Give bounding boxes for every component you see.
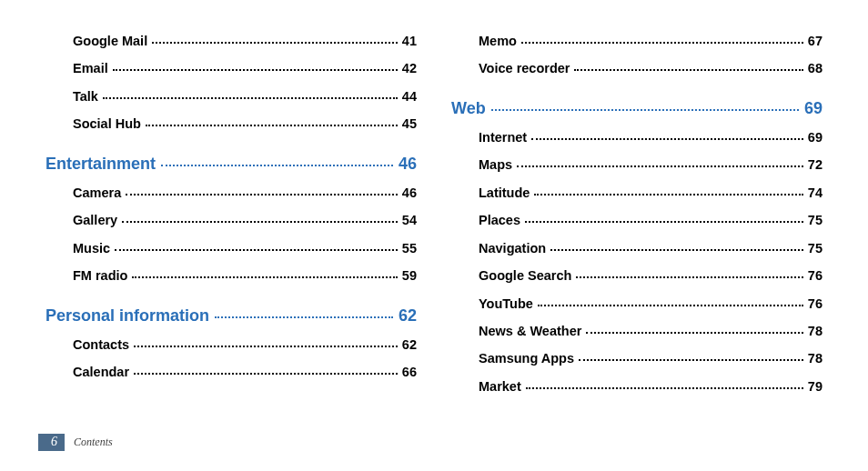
toc-item-label: Contacts xyxy=(73,331,129,358)
toc-item-row[interactable]: YouTube76 xyxy=(479,290,823,317)
toc-item-row[interactable]: Gallery54 xyxy=(73,206,417,234)
toc-section: Web69 xyxy=(451,99,823,118)
footer-label: Contents xyxy=(74,436,113,449)
dot-leader xyxy=(586,332,803,334)
toc-item-row[interactable]: Google Search76 xyxy=(479,262,823,289)
toc-item-row[interactable]: Navigation75 xyxy=(479,235,823,262)
toc-item-row[interactable]: Maps72 xyxy=(479,151,823,178)
toc-item-row[interactable]: FM radio59 xyxy=(73,262,417,289)
toc-item-label: Camera xyxy=(73,179,121,206)
toc-item-page: 76 xyxy=(808,290,823,317)
toc-item-row[interactable]: Market79 xyxy=(479,373,823,400)
dot-leader xyxy=(215,316,393,318)
toc-item-row[interactable]: Internet69 xyxy=(479,124,823,151)
toc-item-page: 78 xyxy=(808,317,823,345)
toc-item-page: 45 xyxy=(402,110,417,137)
toc-item-row[interactable]: Talk44 xyxy=(73,83,417,110)
dot-leader xyxy=(115,249,398,251)
toc-item-label: Google Search xyxy=(479,262,571,289)
toc-item-row[interactable]: Camera46 xyxy=(73,179,417,206)
toc-item-label: Latitude xyxy=(479,179,530,206)
page-number-box: 6 xyxy=(38,434,65,451)
dot-leader xyxy=(531,138,803,140)
toc-item-page: 42 xyxy=(402,55,417,82)
toc-item-page: 78 xyxy=(808,345,823,372)
toc-item-row[interactable]: Google Mail41 xyxy=(73,27,417,55)
toc-item-row[interactable]: Contacts62 xyxy=(73,331,417,358)
toc-item-page: 44 xyxy=(402,83,417,110)
toc-item-label: Samsung Apps xyxy=(479,345,574,372)
toc-item-label: Maps xyxy=(479,151,512,178)
toc-item-page: 54 xyxy=(402,206,417,234)
dot-leader xyxy=(517,165,803,167)
toc-item-label: YouTube xyxy=(479,290,533,317)
dot-leader xyxy=(122,221,398,223)
toc-item-label: Internet xyxy=(479,124,527,151)
toc-item-page: 74 xyxy=(808,179,823,206)
toc-item-row[interactable]: Samsung Apps78 xyxy=(479,345,823,372)
toc-item-label: Social Hub xyxy=(73,110,141,137)
toc-column-right: Memo67Voice recorder68Web69Internet69Map… xyxy=(451,27,823,400)
dot-leader xyxy=(152,42,398,44)
toc-section-label: Entertainment xyxy=(45,155,156,174)
toc-item-row[interactable]: Voice recorder68 xyxy=(479,55,823,82)
page-footer: 6 Contents xyxy=(38,434,113,451)
toc-item-row[interactable]: News & Weather78 xyxy=(479,317,823,345)
toc-section: Personal information62 xyxy=(45,306,417,326)
toc-item-row[interactable]: Places75 xyxy=(479,206,823,234)
toc-section-page: 62 xyxy=(399,306,417,326)
dot-leader xyxy=(538,305,803,306)
toc-item-list: Internet69Maps72Latitude74Places75Naviga… xyxy=(451,124,823,400)
toc-item-page: 72 xyxy=(808,151,823,178)
toc-section-row[interactable]: Entertainment46 xyxy=(45,155,417,174)
toc-item-row[interactable]: Memo67 xyxy=(479,27,823,55)
toc-item-label: Market xyxy=(479,373,521,400)
toc-section-label: Personal information xyxy=(45,306,209,326)
toc-item-page: 67 xyxy=(808,27,823,55)
dot-leader xyxy=(146,125,398,126)
dot-leader xyxy=(134,373,398,375)
toc-section-row[interactable]: Personal information62 xyxy=(45,306,417,326)
toc-item-list: Camera46Gallery54Music55FM radio59 xyxy=(45,179,417,290)
toc-item-page: 62 xyxy=(402,331,417,358)
dot-leader xyxy=(113,69,398,71)
dot-leader xyxy=(132,276,397,278)
toc-item-label: Talk xyxy=(73,83,98,110)
toc-item-page: 68 xyxy=(808,55,823,82)
toc-item-page: 55 xyxy=(402,235,417,262)
toc-item-label: Voice recorder xyxy=(479,55,570,82)
toc-item-page: 69 xyxy=(808,124,823,151)
dot-leader xyxy=(103,97,398,99)
toc-item-label: News & Weather xyxy=(479,317,581,345)
toc-item-row[interactable]: Latitude74 xyxy=(479,179,823,206)
toc-item-page: 79 xyxy=(808,373,823,400)
toc-item-page: 75 xyxy=(808,235,823,262)
dot-leader xyxy=(526,387,803,389)
toc-item-row[interactable]: Calendar66 xyxy=(73,358,417,386)
toc-item-label: Memo xyxy=(479,27,517,55)
toc-item-label: Music xyxy=(73,235,110,262)
toc-item-row[interactable]: Music55 xyxy=(73,235,417,262)
toc-item-list: Contacts62Calendar66 xyxy=(45,331,417,386)
dot-leader xyxy=(161,165,393,166)
toc-column-left: Google Mail41Email42Talk44Social Hub45En… xyxy=(45,27,417,400)
dot-leader xyxy=(574,69,802,71)
toc-item-label: Google Mail xyxy=(73,27,147,55)
toc-item-label: Navigation xyxy=(479,235,546,262)
toc-item-row[interactable]: Email42 xyxy=(73,55,417,82)
toc-item-page: 75 xyxy=(808,206,823,234)
dot-leader xyxy=(579,359,803,361)
dot-leader xyxy=(534,194,802,195)
dot-leader xyxy=(550,249,803,251)
dot-leader xyxy=(126,194,398,195)
dot-leader xyxy=(525,221,803,223)
toc-item-label: Email xyxy=(73,55,108,82)
toc-item-row[interactable]: Social Hub45 xyxy=(73,110,417,137)
toc-item-page: 59 xyxy=(402,262,417,289)
toc-item-label: FM radio xyxy=(73,262,127,289)
dot-leader xyxy=(521,42,803,44)
toc-item-label: Gallery xyxy=(73,206,117,234)
toc-item-label: Calendar xyxy=(73,358,129,386)
toc-section-row[interactable]: Web69 xyxy=(451,99,823,118)
toc-section-page: 46 xyxy=(399,155,417,174)
